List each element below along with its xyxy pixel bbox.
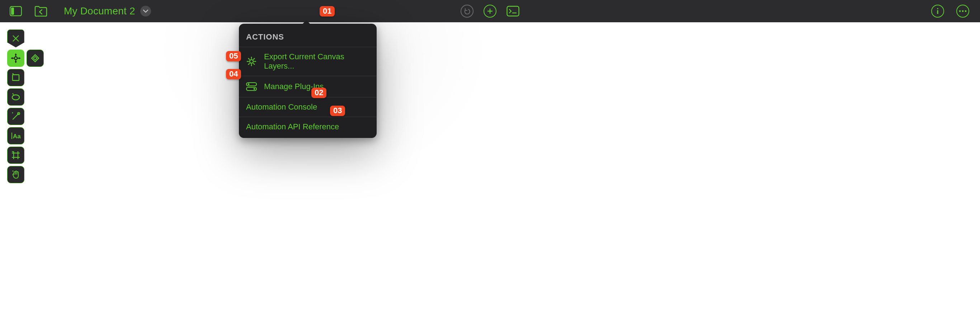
svg-rect-1 (11, 8, 14, 15)
svg-rect-5 (937, 10, 938, 14)
badge-04: 04 (226, 69, 241, 79)
topbar-right (931, 5, 980, 18)
action-automation-console[interactable]: Automation Console (239, 97, 377, 117)
diamond-tool[interactable] (27, 50, 44, 67)
undo-button[interactable] (461, 5, 474, 18)
documents-back-icon[interactable] (35, 5, 47, 18)
badge-02: 02 (311, 88, 326, 98)
badge-03: 03 (330, 106, 345, 116)
topbar: My Document 2 (0, 0, 980, 22)
move-tool[interactable] (7, 50, 24, 67)
document-title: My Document 2 (64, 5, 135, 17)
svg-line-17 (13, 94, 14, 95)
terminal-icon[interactable] (506, 5, 519, 18)
chevron-down-icon[interactable] (140, 6, 151, 16)
actions-popover: ACTIONS Export Current Canvas Layers... (239, 24, 377, 138)
action-label: Automation API Reference (246, 122, 339, 131)
action-export-canvas-layers[interactable]: Export Current Canvas Layers... (239, 47, 377, 76)
svg-point-39 (248, 83, 250, 85)
svg-line-35 (254, 64, 255, 65)
svg-line-34 (248, 59, 250, 60)
tool-palette: Aa (7, 29, 44, 183)
svg-line-37 (248, 64, 250, 65)
action-automation-api-reference[interactable]: Automation API Reference (239, 117, 377, 136)
rectangle-tool[interactable] (7, 69, 24, 86)
svg-point-4 (937, 8, 939, 10)
svg-point-9 (14, 57, 17, 60)
topbar-left: My Document 2 (0, 5, 151, 18)
actions-header: ACTIONS (239, 24, 377, 47)
line-tool[interactable] (7, 108, 24, 125)
svg-point-29 (250, 60, 253, 63)
topbar-center (461, 5, 519, 18)
svg-point-8 (965, 10, 967, 12)
svg-point-27 (12, 151, 13, 152)
svg-point-15 (12, 95, 19, 100)
svg-rect-10 (32, 54, 39, 62)
sidebar-toggle-icon[interactable] (10, 5, 22, 18)
toggle-icon (246, 81, 257, 92)
ellipse-tool[interactable] (7, 88, 24, 106)
badge-01: 01 (320, 6, 335, 16)
pen-tool[interactable] (7, 29, 24, 47)
svg-point-20 (12, 112, 13, 113)
more-button[interactable] (956, 5, 969, 18)
artboard-tool[interactable] (7, 147, 24, 164)
action-label: Export Current Canvas Layers... (264, 52, 369, 71)
svg-line-36 (254, 59, 255, 60)
svg-text:Aa: Aa (13, 133, 21, 140)
svg-rect-2 (507, 6, 519, 16)
text-tool[interactable]: Aa (7, 127, 24, 144)
action-manage-plugins[interactable]: Manage Plug-Ins (239, 76, 377, 97)
svg-point-28 (12, 170, 13, 171)
badge-05: 05 (226, 51, 241, 61)
add-button[interactable] (484, 5, 496, 18)
svg-rect-12 (13, 75, 19, 80)
hand-tool[interactable] (7, 166, 24, 183)
svg-point-41 (254, 88, 255, 90)
action-label: Automation Console (246, 102, 317, 112)
svg-rect-11 (33, 56, 37, 60)
info-button[interactable] (931, 5, 944, 18)
gear-icon (246, 56, 257, 67)
svg-point-6 (959, 10, 961, 12)
svg-point-7 (962, 10, 964, 12)
document-title-wrap[interactable]: My Document 2 (64, 5, 151, 17)
